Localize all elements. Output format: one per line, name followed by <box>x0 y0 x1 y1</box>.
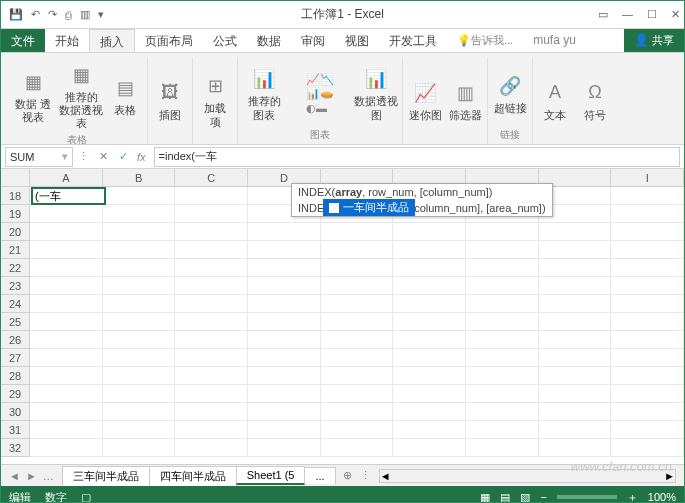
tell-me[interactable]: 💡告诉我... <box>447 29 523 52</box>
name-box[interactable]: SUM▾ <box>5 147 73 167</box>
cell[interactable] <box>466 403 539 421</box>
row-header[interactable]: 31 <box>1 421 30 439</box>
cell[interactable] <box>30 187 103 205</box>
cell[interactable] <box>539 349 612 367</box>
cell[interactable] <box>539 385 612 403</box>
cell[interactable] <box>466 241 539 259</box>
horizontal-scrollbar[interactable]: ◄► <box>379 469 676 483</box>
cell[interactable] <box>30 223 103 241</box>
cell[interactable] <box>175 439 248 457</box>
col-B[interactable]: B <box>103 169 176 186</box>
cell[interactable] <box>321 385 394 403</box>
cell[interactable] <box>103 187 176 205</box>
cell[interactable] <box>539 421 612 439</box>
cell[interactable] <box>611 241 684 259</box>
zoom-in-icon[interactable]: ＋ <box>627 490 638 504</box>
row-header[interactable]: 27 <box>1 349 30 367</box>
col-C[interactable]: C <box>175 169 248 186</box>
cell[interactable] <box>466 385 539 403</box>
cell[interactable] <box>611 439 684 457</box>
cell[interactable] <box>466 259 539 277</box>
cell[interactable] <box>248 223 321 241</box>
recommended-charts-button[interactable]: 📊推荐的 图表 <box>242 57 286 126</box>
cell[interactable] <box>321 367 394 385</box>
view-normal-icon[interactable]: ▦ <box>480 491 490 504</box>
tab-file[interactable]: 文件 <box>1 29 45 52</box>
sheet-nav-prev-icon[interactable]: ◄ <box>9 470 20 482</box>
cell[interactable] <box>175 277 248 295</box>
cell[interactable] <box>321 277 394 295</box>
cell[interactable] <box>30 385 103 403</box>
tab-view[interactable]: 视图 <box>335 29 379 52</box>
cell[interactable] <box>466 223 539 241</box>
cell[interactable] <box>539 367 612 385</box>
cell[interactable] <box>175 403 248 421</box>
cell[interactable] <box>466 421 539 439</box>
sheet-nav-next-icon[interactable]: ► <box>26 470 37 482</box>
cell[interactable] <box>393 313 466 331</box>
cell[interactable] <box>539 259 612 277</box>
cell[interactable] <box>30 259 103 277</box>
cell[interactable] <box>539 439 612 457</box>
cell[interactable] <box>539 295 612 313</box>
tab-home[interactable]: 开始 <box>45 29 89 52</box>
macro-record-icon[interactable]: ▢ <box>81 491 91 504</box>
zoom-level[interactable]: 100% <box>648 491 676 503</box>
minimize-icon[interactable]: — <box>622 8 633 21</box>
col-I[interactable]: I <box>611 169 684 186</box>
cell[interactable] <box>539 223 612 241</box>
tab-review[interactable]: 审阅 <box>291 29 335 52</box>
cell[interactable] <box>539 277 612 295</box>
cell[interactable] <box>611 205 684 223</box>
cell[interactable] <box>393 241 466 259</box>
cell[interactable] <box>393 295 466 313</box>
view-pagelayout-icon[interactable]: ▤ <box>500 491 510 504</box>
cell[interactable] <box>321 403 394 421</box>
tab-developer[interactable]: 开发工具 <box>379 29 447 52</box>
ribbon-options-icon[interactable]: ▭ <box>598 8 608 21</box>
cell[interactable] <box>248 367 321 385</box>
cell[interactable] <box>393 277 466 295</box>
cell[interactable] <box>248 313 321 331</box>
col-A[interactable]: A <box>30 169 103 186</box>
cell[interactable] <box>175 241 248 259</box>
cell[interactable] <box>466 295 539 313</box>
tab-data[interactable]: 数据 <box>247 29 291 52</box>
zoom-slider[interactable] <box>557 495 617 499</box>
cell[interactable] <box>466 367 539 385</box>
cell[interactable] <box>321 331 394 349</box>
user-name[interactable]: mufa yu <box>523 29 586 52</box>
cell[interactable] <box>103 421 176 439</box>
cell[interactable] <box>393 421 466 439</box>
tab-insert[interactable]: 插入 <box>89 29 135 52</box>
sheet-tab-2[interactable]: Sheet1 (5 <box>236 466 306 485</box>
zoom-out-icon[interactable]: − <box>540 491 546 503</box>
cell[interactable] <box>103 349 176 367</box>
qat-btn-2[interactable]: ▥ <box>80 8 90 21</box>
row-header[interactable]: 18 <box>1 187 30 205</box>
row-header[interactable]: 28 <box>1 367 30 385</box>
formula-enter-icon[interactable]: ✓ <box>113 150 133 163</box>
cell[interactable] <box>103 367 176 385</box>
cell[interactable] <box>321 313 394 331</box>
cell[interactable] <box>539 331 612 349</box>
cell[interactable] <box>611 277 684 295</box>
fx-icon[interactable]: fx <box>133 151 150 163</box>
cell[interactable] <box>393 223 466 241</box>
qat-dropdown-icon[interactable]: ▾ <box>98 8 104 21</box>
new-sheet-icon[interactable]: ⊕ <box>335 469 360 482</box>
row-header[interactable]: 24 <box>1 295 30 313</box>
row-header[interactable]: 19 <box>1 205 30 223</box>
table-button[interactable]: ▤表格 <box>107 57 143 131</box>
name-dropdown-icon[interactable]: ⋮ <box>73 150 93 163</box>
cell[interactable] <box>175 313 248 331</box>
pivot-table-button[interactable]: ▦数据 透视表 <box>11 57 55 131</box>
cell[interactable] <box>175 349 248 367</box>
row-header[interactable]: 26 <box>1 331 30 349</box>
cell[interactable] <box>248 403 321 421</box>
row-header[interactable]: 20 <box>1 223 30 241</box>
cell[interactable] <box>611 349 684 367</box>
cell[interactable] <box>30 241 103 259</box>
row-header[interactable]: 21 <box>1 241 30 259</box>
undo-icon[interactable]: ↶ <box>31 8 40 21</box>
